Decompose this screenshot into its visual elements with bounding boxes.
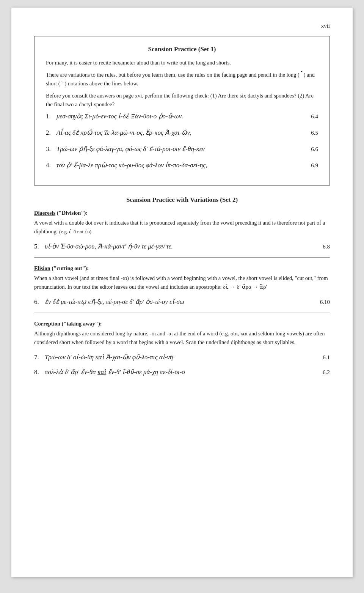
item4-ref: 6.9: [300, 162, 318, 169]
practice-item-6: 6. ἐν δὲ με-τώ-πῳ πῆ-ξε, πέ-ρη-σε δ' ᾱρ'…: [34, 298, 330, 306]
item4-number: 4.: [46, 162, 56, 169]
practice-item-5: 5. υἰ-ὸν Ἐ-ϋσ-σώ-ρου, Ἀ-κά-μαντ' ἠ-ΰν τε…: [34, 242, 330, 250]
item1-ref: 6.4: [300, 113, 318, 120]
separator1: [34, 257, 330, 258]
item7-number: 7.: [34, 354, 45, 361]
item8-ref: 6.2: [310, 369, 330, 376]
diaeresis-example: (e.g. ἐ-ü not ἐυ): [59, 229, 91, 234]
section1-intro1: For many, it is easier to recite hexamet…: [46, 58, 318, 67]
item7-text: Τρώ-ων δ' οἰ-ώ-θη καὶ Ἀ-χαι-ῶν φῡ-λο-πις…: [45, 353, 310, 361]
item7-ref: 6.1: [310, 354, 330, 361]
item5-text: υἰ-ὸν Ἐ-ϋσ-σώ-ρου, Ἀ-κά-μαντ' ἠ-ΰν τε μέ…: [45, 242, 310, 250]
item2-ref: 6.5: [300, 130, 318, 136]
item3-number: 3.: [46, 145, 56, 153]
diaeresis-text: A vowel with a double dot over it indica…: [34, 219, 330, 236]
section1-intro3: Before you consult the answers on page x…: [46, 91, 318, 109]
page-number: xvii: [34, 23, 330, 29]
elision-label: Elision ("cutting out"):: [34, 265, 330, 272]
diaeresis-label: Diaeresis ("Division"):: [34, 210, 330, 216]
item3-ref: 6.6: [300, 146, 318, 153]
item5-ref: 6.8: [310, 244, 330, 250]
section1-title: Scansion Practice (Set 1): [46, 46, 318, 53]
item5-number: 5.: [34, 243, 45, 250]
item8-number: 8.: [34, 368, 45, 376]
practice-item-7: 7. Τρώ-ων δ' οἰ-ώ-θη καὶ Ἀ-χαι-ῶν φῡ-λο-…: [34, 353, 330, 361]
practice-item-2: 2. Αἶ-ας δὲ πρῶ-τος Τε-λα-μώ-νι-ος, ἕρ-κ…: [46, 129, 318, 137]
section2-title: Scansion Practice with Variations (Set 2…: [34, 196, 330, 204]
item6-ref: 6.10: [310, 299, 330, 305]
practice-item-1: 1. μεσ-σηγὺς Σι-μό-εν-τος ἰ-δὲ Ξάν-θοι-ο…: [46, 112, 318, 120]
item8-text: πολ-λὰ δ' ἄρ' ἔν-θα καὶ ἔν-θ' ῑ-θῡ-σε μά…: [45, 368, 310, 376]
item1-number: 1.: [46, 113, 56, 120]
section1-intro2: There are variations to the rules, but b…: [46, 71, 318, 88]
elision-section: Elision ("cutting out"): When a short vo…: [34, 265, 330, 306]
diaeresis-section: Diaeresis ("Division"): A vowel with a d…: [34, 210, 330, 250]
correption-text: Although diphthongs are considered long …: [34, 329, 330, 346]
separator2: [34, 313, 330, 313]
page: xvii Scansion Practice (Set 1) For many,…: [11, 8, 353, 577]
item6-text: ἐν δὲ με-τώ-πῳ πῆ-ξε, πέ-ρη-σε δ' ᾱρ' ὀσ…: [45, 298, 310, 306]
item4-text: τόν ῥ' ἔ-βα-λε πρῶ-τος κό-ρυ-θος φά-λον …: [56, 161, 300, 169]
item6-number: 6.: [34, 298, 45, 306]
correption-section: Correption ("taking away"): Although dip…: [34, 321, 330, 376]
item3-text: Τρώ-ων ῥῆ-ξε φά-λαγ-γα, φό-ως δ' ἐ-τά-ρο…: [56, 145, 300, 153]
practice-item-8: 8. πολ-λὰ δ' ἄρ' ἔν-θα καὶ ἔν-θ' ῑ-θῡ-σε…: [34, 368, 330, 376]
item1-text: μεσ-σηγὺς Σι-μό-εν-τος ἰ-δὲ Ξάν-θοι-ο ῥο…: [56, 112, 300, 120]
section1-box: Scansion Practice (Set 1) For many, it i…: [34, 36, 330, 186]
elision-text: When a short vowel (and at times final -…: [34, 274, 330, 291]
practice-item-3: 3. Τρώ-ων ῥῆ-ξε φά-λαγ-γα, φό-ως δ' ἐ-τά…: [46, 145, 318, 153]
correption-label: Correption ("taking away"):: [34, 321, 330, 327]
practice-item-4: 4. τόν ῥ' ἔ-βα-λε πρῶ-τος κό-ρυ-θος φά-λ…: [46, 161, 318, 169]
item2-text: Αἶ-ας δὲ πρῶ-τος Τε-λα-μώ-νι-ος, ἕρ-κος …: [56, 129, 300, 137]
item2-number: 2.: [46, 129, 56, 137]
